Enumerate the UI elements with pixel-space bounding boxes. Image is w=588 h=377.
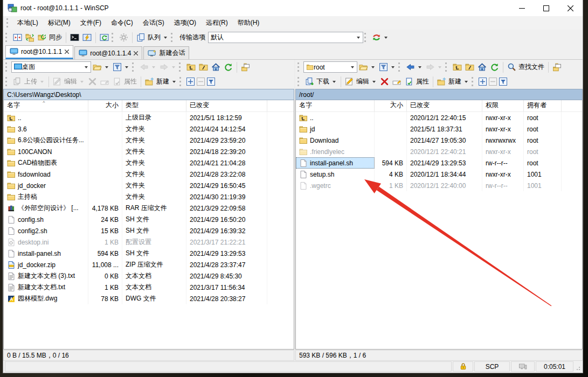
synchronize-button[interactable]: 同步 xyxy=(36,32,64,43)
local-root-directory-button[interactable] xyxy=(197,61,210,73)
file-row[interactable]: 新建文本文档 (3).txt 0 KB 文本文档 2021/4/29 8:45:… xyxy=(4,270,294,282)
column-header-changed[interactable]: 已改变 xyxy=(186,100,267,111)
encryption-segment[interactable] xyxy=(453,361,473,372)
download-button[interactable]: 下载 xyxy=(303,76,338,87)
file-row[interactable]: 100CANON 文件夹 2021/4/18 22:39:20 xyxy=(4,146,294,157)
file-row[interactable]: desktop.ini 1 KB 配置设置 2021/3/17 21:22:21 xyxy=(4,236,294,248)
remote-edit-dropdown-arrow[interactable] xyxy=(372,81,376,83)
remote-filter-button[interactable] xyxy=(377,61,397,73)
local-select-filter-button[interactable] xyxy=(207,78,215,86)
file-row[interactable]: .. 上级目录 2021/5/1 18:12:59 xyxy=(4,112,294,123)
remote-refresh-button[interactable] xyxy=(488,61,501,73)
remote-new-dropdown-arrow[interactable] xyxy=(465,81,468,83)
queue-dropdown-arrow[interactable] xyxy=(164,37,167,39)
file-row[interactable]: jd_docker 文件夹 2021/4/29 16:50:45 xyxy=(4,180,294,191)
column-header-permissions[interactable]: 权限 xyxy=(482,100,524,111)
file-row[interactable]: .friendlyelec 2020/12/1 22:40:21 rwxr-xr… xyxy=(296,146,582,157)
local-parent-directory-button[interactable] xyxy=(185,61,197,73)
remote-home-button[interactable] xyxy=(476,61,488,73)
open-directory-dropdown-arrow[interactable] xyxy=(371,66,375,68)
column-header-name[interactable]: ˄名字 xyxy=(4,100,88,111)
menu-command[interactable]: 命令(C) xyxy=(106,17,138,29)
tab-close-icon[interactable] xyxy=(134,51,138,55)
file-row[interactable]: 《外部空间设计》 [... 4,178 KB RAR 压缩文件 2021/3/2… xyxy=(4,203,294,214)
local-forward-button[interactable] xyxy=(158,61,178,73)
column-header-type[interactable]: 类型 xyxy=(122,100,186,111)
remote-root-directory-button[interactable] xyxy=(464,61,476,73)
file-row[interactable]: Download 2021/4/27 19:05:30 rwxrwxrwx ro… xyxy=(296,135,582,146)
menu-session[interactable]: 会话(S) xyxy=(138,17,169,29)
preferences-button[interactable] xyxy=(117,32,130,43)
transfer-settings-dropdown-arrow[interactable] xyxy=(384,37,388,39)
file-row[interactable]: jd_docker.zip 11,008 ... ZIP 压缩文件 2021/4… xyxy=(4,259,294,270)
protocol-segment[interactable]: SCP xyxy=(474,361,510,372)
open-directory-dropdown-arrow[interactable] xyxy=(105,66,108,68)
file-row[interactable]: fsdownload 文件夹 2021/4/28 23:22:08 xyxy=(4,169,294,180)
column-header-name[interactable]: 名字 xyxy=(296,100,375,111)
transfer-settings-button[interactable] xyxy=(370,32,390,43)
connection-segment[interactable] xyxy=(511,361,535,372)
local-drive-dropdown[interactable] xyxy=(82,62,91,72)
sync-browsing-button[interactable] xyxy=(24,32,36,43)
column-header-size[interactable]: 大小 xyxy=(88,100,122,111)
remote-directory-dropdown[interactable] xyxy=(348,62,357,72)
download-dropdown-arrow[interactable] xyxy=(333,81,336,83)
local-filter-button[interactable] xyxy=(111,61,131,73)
remote-properties-button[interactable]: 属性 xyxy=(403,76,431,87)
filter-dropdown-arrow[interactable] xyxy=(125,66,128,68)
remote-directory-combobox[interactable]: root xyxy=(303,61,357,73)
filter-dropdown-arrow[interactable] xyxy=(391,66,395,68)
remote-open-directory-button[interactable] xyxy=(357,61,377,73)
menu-mark[interactable]: 标记(M) xyxy=(43,17,75,29)
tab-session-1[interactable]: root@10.1.1.1 xyxy=(5,45,73,59)
file-row[interactable]: CAD植物图表 文件夹 2021/4/21 21:04:28 xyxy=(4,157,294,169)
forward-dropdown-arrow[interactable] xyxy=(438,66,441,68)
file-row[interactable]: config2.sh 15 KB SH 文件 2021/4/29 16:39:3… xyxy=(4,225,294,236)
remote-rename-button[interactable] xyxy=(391,76,403,87)
file-row[interactable]: jd 2021/5/1 18:37:31 rwxr-xr-x root xyxy=(296,123,582,135)
local-new-dropdown-arrow[interactable] xyxy=(172,81,176,83)
remote-back-button[interactable] xyxy=(404,61,424,73)
file-row[interactable]: install-panel.sh 594 KB SH 文件 2021/4/29 … xyxy=(4,248,294,259)
local-new-button[interactable]: 新建 xyxy=(143,76,178,87)
file-row[interactable]: setup.sh 4 KB 2020/12/1 18:34:44 rwxr-xr… xyxy=(296,169,582,180)
local-properties-button[interactable]: 属性 xyxy=(111,76,139,87)
file-row[interactable]: 主持稿 文件夹 2021/4/30 21:19:39 xyxy=(4,191,294,203)
file-row[interactable]: config.sh 24 KB SH 文件 2021/4/29 16:50:20 xyxy=(4,214,294,225)
tab-close-icon[interactable] xyxy=(65,50,69,54)
remote-parent-directory-button[interactable] xyxy=(451,61,464,73)
remote-select-filter-button[interactable] xyxy=(499,78,507,86)
file-row[interactable]: 园林模型.dwg 78 KB DWG 文件 2021/4/28 20:38:27 xyxy=(4,293,294,304)
local-drive-combobox[interactable]: 桌面 xyxy=(11,61,91,73)
back-dropdown-arrow[interactable] xyxy=(152,66,155,68)
file-row[interactable]: .. 2020/12/1 22:40:15 rwxr-xr-x root xyxy=(296,112,582,123)
column-header-size[interactable]: ˅大小 xyxy=(375,100,407,111)
local-refresh-button[interactable] xyxy=(222,61,234,73)
transfer-preset-dropdown[interactable] xyxy=(354,32,363,43)
refresh-session-button[interactable] xyxy=(98,32,110,43)
upload-button[interactable]: 上传 xyxy=(11,76,46,87)
file-row[interactable]: install-panel.sh 594 KB 2021/4/29 13:29:… xyxy=(296,157,582,169)
remote-new-button[interactable]: 新建 xyxy=(435,76,471,87)
putty-button[interactable] xyxy=(81,32,93,43)
close-button[interactable] xyxy=(558,0,583,16)
remote-delete-button[interactable] xyxy=(378,76,391,87)
tab-session-2[interactable]: root@10.1.1.4 xyxy=(74,46,142,59)
local-rename-button[interactable] xyxy=(99,76,111,87)
menu-options[interactable]: 选项(O) xyxy=(169,17,201,29)
minimize-button[interactable] xyxy=(510,0,534,16)
column-header-owner[interactable]: 拥有者 xyxy=(524,100,562,111)
column-header-changed[interactable]: 已改变 xyxy=(407,100,482,111)
remote-select-remove-button[interactable] xyxy=(489,78,497,86)
local-select-remove-button[interactable] xyxy=(197,78,205,86)
local-open-directory-button[interactable] xyxy=(91,61,111,73)
back-dropdown-arrow[interactable] xyxy=(418,66,421,68)
transfer-preset-combobox[interactable]: 默认 xyxy=(208,32,363,43)
maximize-button[interactable] xyxy=(534,0,558,16)
console-button[interactable] xyxy=(68,32,81,43)
remote-edit-button[interactable]: 编辑 xyxy=(343,76,378,87)
file-row[interactable]: .wgetrc 1 KB 2020/12/1 22:40:00 rw-r--r-… xyxy=(296,180,582,191)
remote-forward-button[interactable] xyxy=(424,61,444,73)
menu-remote[interactable]: 远程(R) xyxy=(201,17,233,29)
menu-local[interactable]: 本地(L) xyxy=(12,17,43,29)
